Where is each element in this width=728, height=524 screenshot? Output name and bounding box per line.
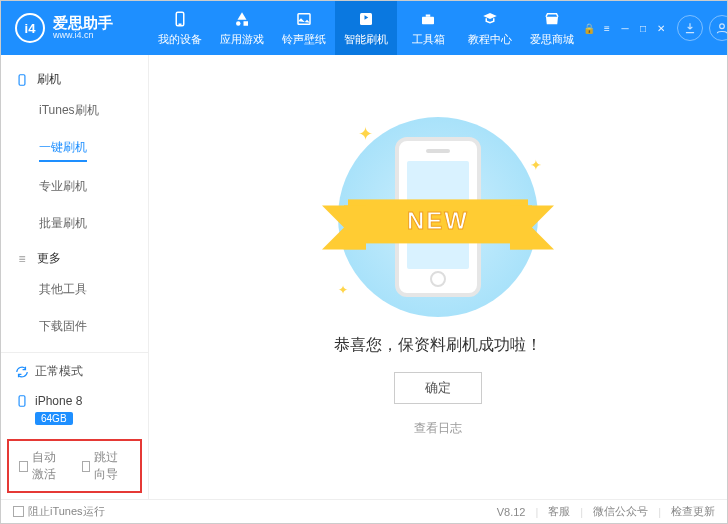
ok-button[interactable]: 确定 [394, 372, 482, 404]
flash-options-highlight: 自动激活 跳过向导 [7, 439, 142, 493]
skip-guide-checkbox[interactable]: 跳过向导 [82, 449, 131, 483]
user-button[interactable] [709, 15, 728, 41]
main-content: ✦ ✦ ✦ NEW 恭喜您，保资料刷机成功啦！ 确定 查看日志 [149, 55, 727, 499]
wallpaper-icon [294, 9, 314, 29]
brand-url: www.i4.cn [53, 30, 113, 41]
minimize-icon[interactable]: ─ [619, 22, 631, 34]
svg-point-2 [236, 21, 241, 26]
brand-text: 爱思助手 www.i4.cn [53, 15, 113, 41]
version-label: V8.12 [497, 506, 526, 518]
view-log-link[interactable]: 查看日志 [414, 420, 462, 437]
sidebar-item-batch-flash[interactable]: 批量刷机 [39, 205, 148, 242]
sparkle-icon: ✦ [338, 283, 348, 297]
sidebar-item-other-tools[interactable]: 其他工具 [39, 271, 148, 308]
logo-icon: i4 [15, 13, 45, 43]
auto-activate-checkbox[interactable]: 自动激活 [19, 449, 68, 483]
sidebar-group-more[interactable]: ≡ 更多 [1, 242, 148, 271]
svg-rect-9 [19, 74, 25, 85]
app-header: i4 爱思助手 www.i4.cn 我的设备 应用游戏 铃声壁纸 智能刷机 工具… [1, 1, 727, 55]
tab-store[interactable]: 爱思商城 [521, 1, 583, 55]
menu-icon[interactable]: ≡ [601, 22, 613, 34]
maximize-icon[interactable]: □ [637, 22, 649, 34]
svg-rect-4 [298, 14, 310, 25]
sidebar-item-advanced[interactable]: 高级功能 [39, 345, 148, 352]
device-icon [15, 394, 29, 408]
svg-rect-7 [426, 15, 431, 17]
svg-rect-10 [19, 396, 25, 407]
top-tabs: 我的设备 应用游戏 铃声壁纸 智能刷机 工具箱 教程中心 爱思商城 [149, 1, 583, 55]
sidebar-group-flash[interactable]: 刷机 [1, 63, 148, 92]
phone-icon [170, 9, 190, 29]
close-icon[interactable]: ✕ [655, 22, 667, 34]
tutorial-icon [480, 9, 500, 29]
download-button[interactable] [677, 15, 703, 41]
header-right: 🔒 ≡ ─ □ ✕ [583, 15, 728, 41]
sidebar-item-oneclick-flash[interactable]: 一键刷机 [39, 129, 87, 162]
tab-ringtones[interactable]: 铃声壁纸 [273, 1, 335, 55]
status-bar: 阻止iTunes运行 V8.12| 客服| 微信公众号| 检查更新 [1, 499, 727, 523]
tab-tutorials[interactable]: 教程中心 [459, 1, 521, 55]
tab-flash[interactable]: 智能刷机 [335, 1, 397, 55]
success-message: 恭喜您，保资料刷机成功啦！ [334, 335, 542, 356]
sparkle-icon: ✦ [358, 123, 373, 145]
device-info[interactable]: iPhone 8 64GB [1, 390, 148, 435]
brand-name: 爱思助手 [53, 15, 113, 30]
lock-icon[interactable]: 🔒 [583, 22, 595, 34]
svg-rect-6 [422, 17, 434, 25]
svg-point-8 [720, 24, 725, 29]
block-itunes-checkbox[interactable]: 阻止iTunes运行 [13, 504, 105, 519]
update-link[interactable]: 检查更新 [671, 504, 715, 519]
flash-icon [356, 9, 376, 29]
svg-rect-3 [244, 21, 249, 26]
success-illustration: ✦ ✦ ✦ NEW [328, 117, 548, 317]
refresh-icon [15, 365, 29, 379]
sidebar-item-download-fw[interactable]: 下载固件 [39, 308, 148, 345]
new-ribbon: NEW [348, 199, 528, 243]
sparkle-icon: ✦ [530, 157, 542, 173]
toolbox-icon [418, 9, 438, 29]
apps-icon [232, 9, 252, 29]
phone-outline-icon [15, 73, 29, 87]
wechat-link[interactable]: 微信公众号 [593, 504, 648, 519]
window-controls: 🔒 ≡ ─ □ ✕ [583, 22, 667, 34]
tab-apps[interactable]: 应用游戏 [211, 1, 273, 55]
sidebar: 刷机 iTunes刷机 一键刷机 专业刷机 批量刷机 ≡ 更多 其他工具 下载固… [1, 55, 149, 499]
brand: i4 爱思助手 www.i4.cn [1, 13, 149, 43]
tab-toolbox[interactable]: 工具箱 [397, 1, 459, 55]
device-mode[interactable]: 正常模式 [1, 353, 148, 390]
sidebar-item-pro-flash[interactable]: 专业刷机 [39, 168, 148, 205]
tab-my-device[interactable]: 我的设备 [149, 1, 211, 55]
support-link[interactable]: 客服 [548, 504, 570, 519]
svg-rect-5 [360, 13, 372, 25]
store-icon [542, 9, 562, 29]
sidebar-item-itunes-flash[interactable]: iTunes刷机 [39, 92, 148, 129]
storage-badge: 64GB [35, 412, 73, 425]
more-icon: ≡ [15, 252, 29, 266]
